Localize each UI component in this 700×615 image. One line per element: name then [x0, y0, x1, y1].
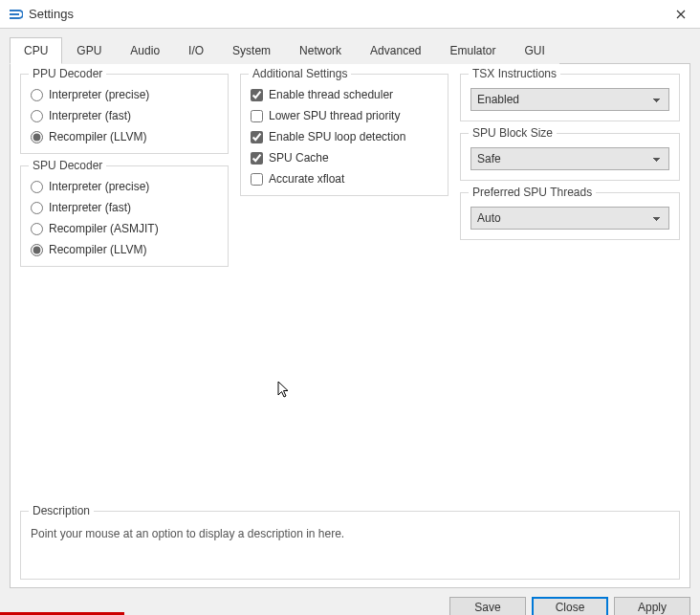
save-button[interactable]: Save: [449, 597, 526, 615]
dialog-footer: Save Close Apply: [0, 588, 700, 615]
window-title: Settings: [29, 7, 662, 21]
group-legend: SPU Block Size: [469, 126, 557, 140]
group-legend: PPU Decoder: [29, 67, 106, 80]
additional-option[interactable]: SPU Cache: [251, 151, 438, 165]
additional-option[interactable]: Accurate xfloat: [251, 172, 438, 186]
close-icon: [676, 10, 686, 19]
group-legend: Additional Settings: [249, 67, 351, 80]
spu-decoder-radio[interactable]: [31, 244, 43, 256]
spu-decoder-option[interactable]: Interpreter (fast): [31, 201, 218, 214]
tab-gui[interactable]: GUI: [511, 37, 559, 64]
group-legend: Description: [29, 504, 94, 517]
additional-checkbox[interactable]: [251, 131, 263, 143]
tsx-select[interactable]: Enabled: [470, 88, 669, 111]
ppu-decoder-option[interactable]: Interpreter (fast): [31, 109, 218, 122]
group-tsx-instructions: TSX Instructions Enabled: [460, 74, 680, 121]
spu-decoder-radio[interactable]: [31, 223, 43, 235]
tab-system[interactable]: System: [218, 37, 285, 64]
group-additional-settings: Additional Settings Enable thread schedu…: [240, 74, 448, 196]
tab-cpu[interactable]: CPU: [10, 37, 62, 64]
option-label: Enable thread scheduler: [269, 88, 393, 101]
group-description: Description Point your mouse at an optio…: [20, 511, 680, 580]
option-label: Recompiler (LLVM): [49, 243, 146, 256]
group-spu-block-size: SPU Block Size Safe: [460, 133, 680, 181]
option-label: Recompiler (LLVM): [49, 130, 146, 143]
option-label: Enable SPU loop detection: [269, 130, 405, 143]
additional-checkbox[interactable]: [251, 89, 263, 101]
ppu-decoder-option[interactable]: Interpreter (precise): [31, 88, 218, 101]
option-label: Interpreter (fast): [49, 109, 131, 122]
spu-decoder-option[interactable]: Recompiler (LLVM): [31, 243, 218, 256]
tab-gpu[interactable]: GPU: [62, 37, 116, 64]
group-legend: Preferred SPU Threads: [469, 186, 596, 199]
option-label: Accurate xfloat: [269, 172, 344, 186]
tab-bar: CPUGPUAudioI/OSystemNetworkAdvancedEmula…: [10, 36, 690, 64]
spu-decoder-radio[interactable]: [31, 202, 43, 214]
close-button[interactable]: Close: [532, 597, 608, 615]
titlebar: Settings: [0, 0, 700, 29]
group-spu-decoder: SPU Decoder Interpreter (precise)Interpr…: [20, 165, 229, 267]
spu-decoder-option[interactable]: Recompiler (ASMJIT): [31, 222, 218, 235]
option-label: SPU Cache: [269, 151, 329, 165]
spu-block-size-select[interactable]: Safe: [470, 147, 669, 170]
group-ppu-decoder: PPU Decoder Interpreter (precise)Interpr…: [20, 74, 229, 154]
tab-network[interactable]: Network: [285, 37, 356, 64]
option-label: Interpreter (precise): [49, 88, 149, 101]
ppu-decoder-radio[interactable]: [31, 110, 43, 122]
group-legend: SPU Decoder: [29, 159, 106, 172]
option-label: Recompiler (ASMJIT): [49, 222, 159, 235]
tab-page-cpu: PPU Decoder Interpreter (precise)Interpr…: [10, 64, 690, 588]
app-icon: [8, 7, 23, 22]
additional-checkbox[interactable]: [251, 110, 263, 122]
group-preferred-spu-threads: Preferred SPU Threads Auto: [460, 192, 680, 240]
additional-option[interactable]: Enable SPU loop detection: [251, 130, 438, 143]
additional-option[interactable]: Enable thread scheduler: [251, 88, 438, 101]
spu-decoder-option[interactable]: Interpreter (precise): [31, 180, 218, 193]
additional-checkbox[interactable]: [251, 152, 263, 165]
ppu-decoder-radio[interactable]: [31, 131, 43, 143]
tab-i-o[interactable]: I/O: [174, 37, 218, 64]
apply-button[interactable]: Apply: [614, 597, 690, 615]
ppu-decoder-option[interactable]: Recompiler (LLVM): [31, 130, 218, 143]
tab-emulator[interactable]: Emulator: [435, 37, 510, 64]
group-legend: TSX Instructions: [469, 67, 560, 80]
tab-audio[interactable]: Audio: [116, 37, 174, 64]
spu-decoder-radio[interactable]: [31, 181, 43, 193]
option-label: Lower SPU thread priority: [269, 109, 400, 122]
window-close-button[interactable]: [662, 0, 700, 29]
ppu-decoder-radio[interactable]: [31, 89, 43, 101]
additional-checkbox[interactable]: [251, 173, 263, 186]
option-label: Interpreter (fast): [49, 201, 131, 214]
option-label: Interpreter (precise): [49, 180, 149, 193]
description-text: Point your mouse at an option to display…: [31, 527, 669, 540]
tab-advanced[interactable]: Advanced: [356, 37, 435, 64]
preferred-spu-threads-select[interactable]: Auto: [470, 207, 669, 230]
additional-option[interactable]: Lower SPU thread priority: [251, 109, 438, 122]
